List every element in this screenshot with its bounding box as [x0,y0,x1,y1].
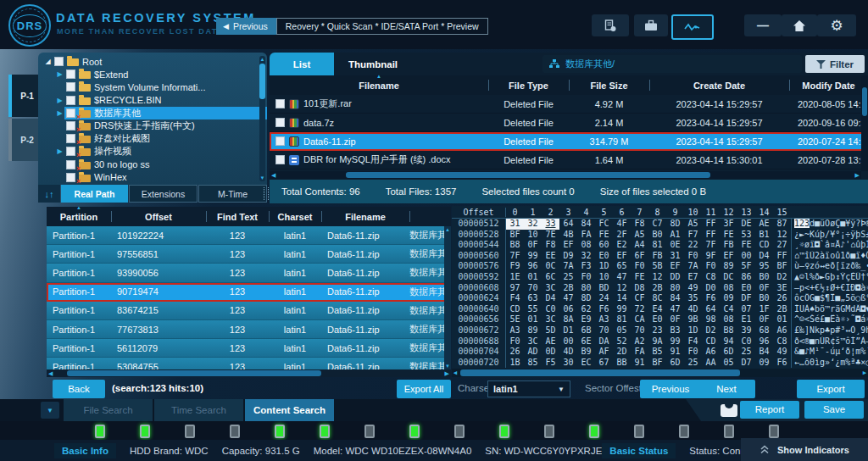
tab-file-search[interactable]: File Search [64,399,153,421]
column-header-charset[interactable]: Charset [269,207,321,226]
tree-checkbox[interactable] [66,121,75,131]
hex-row[interactable]: 000007201B85F530EC67BB91BF6D25AA05D709F6… [452,358,868,369]
tree-tab-extensions[interactable]: Extensions [129,185,198,203]
scrollbar-thumb[interactable] [259,64,265,99]
back-button[interactable]: Back [53,380,105,398]
column-header-modify-date[interactable]: Modify Date [789,75,868,95]
export-all-button[interactable]: Export All [397,380,451,398]
export-button[interactable]: Export [797,380,865,398]
report-button[interactable]: Report [740,401,799,419]
scroll-right-icon[interactable]: ▶ [855,172,860,179]
tree-checkbox[interactable] [66,108,75,118]
expanded-arrow-icon[interactable]: ◢ [43,58,53,65]
tree-scrollbar[interactable]: ▲ ▼ [259,56,265,181]
sort-button[interactable]: ↓↑ [38,185,60,203]
next-sector-button[interactable]: Next [698,380,755,398]
tree-item[interactable]: ▶×数据库其他 [42,107,267,119]
hex-row[interactable]: 0000060897703C2B80BD12D82B8049D008E00F3E… [452,283,868,294]
tree-item[interactable]: ×30 no logo ss [42,158,267,171]
tree-item[interactable]: ▶×操作视频 [42,145,267,158]
hex-row[interactable]: 00000624F463D4478D2414CF8C8435F609DFB026… [452,293,868,304]
save-button[interactable]: Save [804,401,864,419]
basic-status-label[interactable]: Basic Status [602,443,676,458]
partition-tab-p-1[interactable]: P-1 [8,75,42,117]
table-row[interactable]: DBR for MySQL用户手册 (续) .docxDeleted File1… [270,151,868,169]
tree-item[interactable]: ◢Root [42,55,267,68]
tree-checkbox[interactable] [66,134,75,143]
scroll-left-icon[interactable]: ◀ [48,370,53,377]
column-header-filename[interactable]: Filename [321,207,409,226]
scroll-right-icon[interactable]: ▶ [445,370,449,377]
collapsed-arrow-icon[interactable]: ▶ [55,70,64,78]
file-hscrollbar[interactable]: ◀ ▶ [270,171,861,179]
tree-item[interactable]: ×WinHex [42,171,267,184]
charset-select[interactable]: latin1 ▼ [487,380,570,397]
tree-checkbox[interactable] [66,173,75,182]
column-header-create-date[interactable]: Create Date [649,75,789,95]
tree-item[interactable]: ▶$Extend [42,68,267,81]
scroll-left-icon[interactable]: ◀ [453,369,457,376]
search-result-row[interactable]: Partition-197556851123latin1Data6-11.zip… [47,245,451,264]
collapse-button[interactable]: ▼ [41,402,59,419]
scroll-left-icon[interactable]: ◀ [271,172,275,179]
scroll-right-icon[interactable]: ▶ [863,369,866,376]
row-checkbox[interactable] [275,155,285,164]
tree-item[interactable]: ×DRS快速上手指南(中文) [42,119,267,132]
hex-row[interactable]: 0000070426AD0D4DB9AF2DFAB591F0A66D25B449… [452,347,868,358]
scrollbar-thumb[interactable] [67,370,321,376]
home-button[interactable] [782,14,817,36]
search-result-row[interactable]: Partition-156112079123latin1Data6-11.zip… [47,339,451,358]
hex-row[interactable]: 00000640CD55C00662F69972E4474D64C4071F2B… [452,304,868,315]
column-header-dir[interactable] [409,207,445,226]
column-header-file-size[interactable]: File Size [569,75,649,95]
search-result-row[interactable]: Partition-193990056123latin1Data6-11.zip… [47,264,451,282]
scroll-down-icon[interactable]: ▼ [259,175,265,181]
collapsed-arrow-icon[interactable]: ▶ [55,147,64,155]
scrollbar-thumb[interactable] [346,172,710,178]
tree-checkbox[interactable] [54,57,64,66]
row-checkbox[interactable] [275,136,285,146]
hex-row[interactable]: 00000576F9960C7AF31D65F05BEF7AF0895F95BF… [452,261,868,272]
column-header-find-text[interactable]: Find Text [206,207,269,226]
row-checkbox[interactable] [275,118,285,127]
table-row[interactable]: data.7zDeleted File2.14 M2023-04-14 15:2… [270,114,868,132]
hex-row[interactable]: 00000544B80FF8EF0860E2A4810E227FFBFECD27… [452,240,868,251]
tree-checkbox[interactable] [66,147,75,156]
search-hscrollbar[interactable]: ◀ ▶ [47,369,451,377]
column-header-offset[interactable]: Offset [111,207,206,226]
hex-row[interactable]: 000005921E016C25F01047FE12DDE7C8DC86B0D2… [452,272,868,283]
previous-sector-button[interactable]: Previous [640,380,701,398]
tree-tab-m-time[interactable]: M-Time [198,185,267,203]
search-result-row[interactable]: Partition-177673813123latin1Data6-11.zip… [47,320,451,339]
column-header-filename[interactable]: Filename▲ [270,75,488,95]
settings-button[interactable]: ⚙ [817,14,856,36]
table-row[interactable]: 101更新.rarDeleted File4.92 M2023-04-14 15… [270,95,868,114]
tab-time-search[interactable]: Time Search [154,399,243,421]
filter-button[interactable]: Filter [805,55,865,73]
previous-button[interactable]: ◀ Previous [216,18,276,35]
scroll-up-icon[interactable]: ▲ [259,57,265,62]
tree-item[interactable]: ×好盘对比截图 [42,132,267,145]
tab-content-search[interactable]: Content Search [245,399,334,421]
hex-row[interactable]: 00000528BF107E4BFAFE2FA5B0A1F7FFFE53B112… [452,230,868,241]
path-box[interactable]: 数据库其他/ [542,55,802,73]
hex-row[interactable]: 000005123132336484FC4FF8C78DA5FF3FDEAE87… [452,219,868,230]
scroll-down-icon[interactable]: ▼ [444,364,451,369]
collapsed-arrow-icon[interactable]: ▶ [55,97,64,104]
tree-checkbox[interactable] [66,69,75,79]
hex-row[interactable]: 000006565E013C8AE9A381CAE00F9B9808E10F01… [452,314,868,325]
file-vscrollbar[interactable] [861,75,868,171]
view-tab-list[interactable]: List [270,53,334,75]
tree-checkbox[interactable] [66,82,75,92]
basic-info-label[interactable]: Basic Info [54,443,116,458]
hex-row[interactable]: 00000688F03CAE006EDA52A29A99F4CD94C096C8… [452,336,868,347]
hex-row[interactable]: 00000672A3895DD16B70057023B31DD2B83968A6… [452,325,868,336]
column-header-file-type[interactable]: File Type [488,75,569,95]
minimize-button[interactable]: — [744,14,782,36]
search-result-row[interactable]: Partition-183674215123latin1Data6-11.zip… [47,302,451,320]
view-tab-thumbnail[interactable]: Thumbnail [334,53,412,75]
search-result-row[interactable]: Partition-190719474123latin1Data6-11.zip… [47,283,451,302]
table-row[interactable]: Data6-11.zipDeleted File314.79 M2023-04-… [270,132,868,151]
search-vscrollbar[interactable]: ▲ ▼ [444,226,451,369]
column-header-partition[interactable]: Partition▲ [47,207,111,226]
